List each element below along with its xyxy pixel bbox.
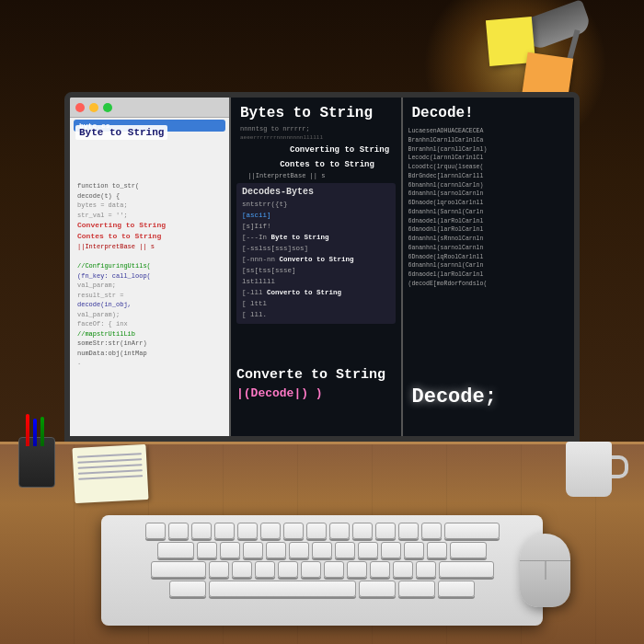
- matrix-line: Bnranhnl(carnllCarlnl): [408, 145, 569, 155]
- key[interactable]: [404, 542, 424, 558]
- key[interactable]: [324, 561, 344, 578]
- matrix-line: 6Dnaode(lqRoolCarlnll: [408, 253, 569, 262]
- minimize-dot[interactable]: [89, 103, 98, 112]
- key-shift-right[interactable]: [359, 581, 396, 597]
- matrix-line: 6dnaodel(larRolCarlnl: [408, 217, 569, 226]
- key[interactable]: [306, 523, 327, 539]
- key[interactable]: [278, 561, 298, 578]
- code-dark-line: [ lttl: [242, 298, 390, 309]
- code-line: val_param);: [77, 310, 225, 320]
- paper-line: [78, 464, 143, 469]
- matrix-line: Lcoodtc(lrquu(lsease(: [408, 163, 569, 172]
- decode-bytes-section: Decodes-Bytes sntstrr({t} [ascii] [s]Iif…: [236, 183, 396, 324]
- pen-holder-body: [18, 437, 55, 488]
- key[interactable]: [232, 561, 252, 578]
- key[interactable]: [209, 561, 229, 578]
- matrix-line: LucaesenAOHUACEACECEA: [408, 127, 569, 136]
- key-alt[interactable]: [438, 581, 475, 597]
- key[interactable]: [168, 523, 189, 539]
- key[interactable]: [255, 561, 275, 578]
- decode-big-label: Decode;: [412, 385, 566, 408]
- matrix-line: 6Dnaode(lqroolCarlnll: [408, 199, 569, 208]
- interpret-text: ||InterpretBase || s: [231, 172, 401, 179]
- paper-lines: [72, 444, 147, 489]
- code-dark-line: [ss[tss[ssse]: [242, 265, 390, 276]
- key[interactable]: [283, 523, 304, 539]
- code-line: function to_str(: [77, 181, 225, 191]
- pen-green: [40, 417, 44, 446]
- key-ctrl[interactable]: [398, 581, 435, 597]
- key[interactable]: [393, 561, 413, 578]
- key-row-1: [109, 523, 535, 539]
- mouse-scroll-wheel: [545, 561, 546, 580]
- mug-handle: [612, 455, 628, 478]
- key[interactable]: [191, 523, 212, 539]
- key[interactable]: [197, 542, 217, 558]
- key[interactable]: [381, 542, 401, 558]
- key[interactable]: [421, 523, 442, 539]
- code-line: ||InterpretBase || s: [77, 242, 225, 252]
- key[interactable]: [347, 561, 367, 578]
- mouse[interactable]: [520, 534, 570, 607]
- code-line: //mapstrUtilLib: [77, 329, 225, 339]
- titlebar: [70, 98, 229, 118]
- pen-red: [26, 414, 29, 446]
- decode-brackets-label: |(Decode|) ): [236, 386, 323, 400]
- code-line: numData:obj(intMap: [77, 349, 225, 359]
- panel-middle-title: Bytes to String: [231, 98, 401, 125]
- coffee-mug: [566, 442, 616, 501]
- matrix-line: 6ananhnl(sarnolCarnln: [408, 244, 569, 253]
- key[interactable]: [214, 523, 235, 539]
- panel-right-title: Decode!: [403, 98, 575, 125]
- keyboard[interactable]: [101, 515, 543, 626]
- monitor: byte.cs Byte to String function to_str( …: [64, 92, 580, 497]
- key-caps[interactable]: [151, 561, 206, 578]
- monitor-screen: byte.cs Byte to String function to_str( …: [64, 92, 580, 442]
- panel-middle-sub1: nnnntsg to nrrrrr;: [231, 125, 401, 134]
- key[interactable]: [416, 561, 436, 578]
- key[interactable]: [237, 523, 258, 539]
- key[interactable]: [145, 523, 166, 539]
- key-spacebar[interactable]: [209, 581, 356, 597]
- close-dot[interactable]: [75, 103, 85, 112]
- key-backspace[interactable]: [444, 523, 500, 539]
- key[interactable]: [398, 523, 419, 539]
- key[interactable]: [260, 523, 281, 539]
- code-line: .: [77, 358, 225, 368]
- code-line: val_param;: [77, 281, 225, 291]
- key[interactable]: [329, 523, 350, 539]
- key[interactable]: [427, 542, 447, 558]
- key[interactable]: [266, 542, 286, 558]
- key[interactable]: [243, 542, 263, 558]
- key-return[interactable]: [439, 561, 494, 578]
- key[interactable]: [375, 523, 396, 539]
- paper-notes: [72, 444, 148, 503]
- key[interactable]: [289, 542, 309, 558]
- panel-right: Decode! LucaesenAOHUACEACECEA BranhnlCar…: [403, 98, 575, 436]
- key-shift-left[interactable]: [169, 581, 206, 597]
- code-line: result_str =: [77, 291, 225, 301]
- key-tab[interactable]: [157, 542, 194, 558]
- maximize-dot[interactable]: [103, 103, 112, 112]
- key[interactable]: [358, 542, 378, 558]
- key[interactable]: [370, 561, 390, 578]
- key[interactable]: [312, 542, 332, 558]
- pen-holder: [18, 437, 55, 501]
- code-line: (fn_key: call_loop(: [77, 271, 225, 282]
- key[interactable]: [301, 561, 321, 578]
- converting-text-1: Converting to String: [231, 143, 401, 157]
- code-line: decode(in_obj,: [77, 300, 225, 310]
- key[interactable]: [335, 542, 355, 558]
- code-dark-line: [s]Iif!: [242, 221, 390, 232]
- matrix-line: 6dnanhnl(sarnnl(Carln: [408, 261, 569, 270]
- code-line: //ConfiguringUtils(: [77, 261, 225, 271]
- key[interactable]: [352, 523, 373, 539]
- key[interactable]: [220, 542, 240, 558]
- matrix-line: 6danodnl(larRolCarlnl: [408, 225, 569, 235]
- code-line-highlight: Converting to String: [77, 220, 225, 231]
- code-dark-line: [---In Byte to String: [242, 232, 390, 243]
- key-row-3: [109, 561, 535, 578]
- key-enter[interactable]: [450, 542, 487, 558]
- matrix-line: 6dnanhnl(Sarnnl(Carln: [408, 208, 569, 217]
- code-dark-line: [-lll Converto to String: [242, 287, 390, 298]
